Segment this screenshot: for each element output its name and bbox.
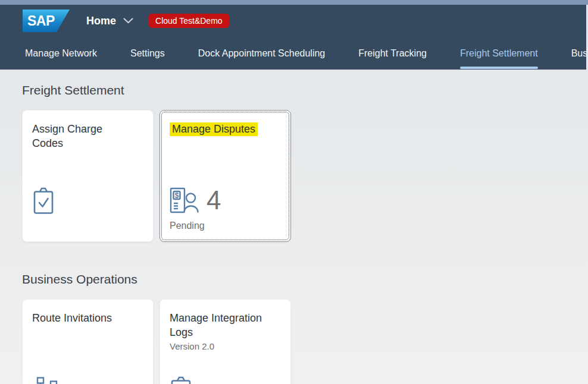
tile-subtitle: Version 2.0 (170, 341, 281, 352)
tile-body (32, 187, 143, 232)
org-chart-icon (32, 377, 64, 384)
shell-container: SAP Home Cloud Test&Demo Manage Network … (0, 5, 586, 70)
tile-body (170, 376, 281, 384)
dispute-customer-icon: $ (170, 187, 201, 214)
window-top-strip (0, 0, 588, 5)
section-title-freight-settlement: Freight Settlement (22, 70, 588, 98)
tile-footer (32, 220, 143, 232)
sap-logo-text: SAP (27, 13, 55, 29)
nav-item-freight-tracking[interactable]: Freight Tracking (358, 37, 427, 70)
tile-body (32, 376, 143, 384)
tile-row: Route Invitations (22, 299, 588, 384)
nav-item-settings[interactable]: Settings (130, 37, 165, 70)
home-menu-button[interactable]: Home (86, 15, 116, 27)
clipboard-check-icon (170, 376, 192, 384)
svg-text:$: $ (175, 191, 179, 200)
nav-item-freight-settlement[interactable]: Freight Settlement (460, 37, 538, 70)
tile-title: Route Invitations (32, 311, 129, 325)
tile-manage-disputes[interactable]: Manage Disputes $ (159, 110, 291, 242)
sap-logo[interactable]: SAP (23, 10, 70, 32)
nav-menu-bar: Manage Network Settings Dock Appointment… (0, 37, 586, 70)
tile-title: Assign Charge Codes (32, 122, 129, 150)
nav-item-manage-network[interactable]: Manage Network (25, 37, 97, 70)
tile-title: Manage Disputes (170, 122, 266, 136)
shell-bar: SAP Home Cloud Test&Demo (0, 5, 586, 37)
chevron-down-icon[interactable] (123, 18, 133, 24)
search-highlight: Manage Disputes (170, 122, 258, 136)
clipboard-check-icon (32, 187, 55, 215)
nav-item-dock-appointment-scheduling[interactable]: Dock Appointment Scheduling (198, 37, 325, 70)
tile-manage-integration-logs[interactable]: Manage Integration Logs Version 2.0 (159, 299, 291, 384)
launchpad-content: Freight Settlement Assign Charge Codes (0, 70, 588, 384)
system-badge: Cloud Test&Demo (149, 14, 229, 28)
section-title-business-operations: Business Operations (22, 242, 588, 287)
nav-item-business-operations[interactable]: Business Operations (571, 37, 588, 70)
tile-assign-charge-codes[interactable]: Assign Charge Codes (22, 110, 154, 242)
tile-body: $ 4 Pending (170, 187, 281, 232)
tile-route-invitations[interactable]: Route Invitations (22, 299, 154, 384)
tile-row: Assign Charge Codes Manage Disputes (22, 110, 588, 242)
kpi-number: 4 (207, 187, 221, 214)
tile-title: Manage Integration Logs (170, 311, 266, 339)
tile-footer: Pending (170, 220, 281, 232)
